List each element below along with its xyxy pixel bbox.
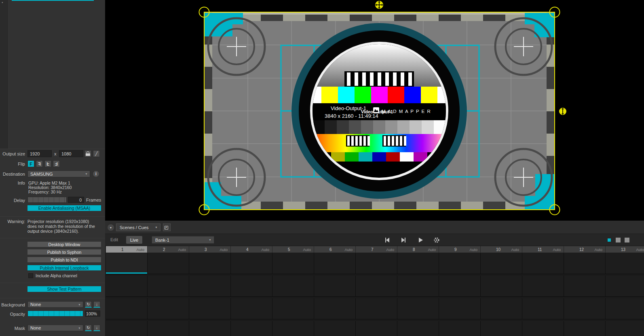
cue-column-header[interactable]: 4Auto [231,246,272,253]
popout-window-button[interactable]: ↗ [163,223,171,231]
cue-column-header[interactable]: 11Auto [522,246,564,253]
column-mode[interactable]: Auto [220,247,228,252]
scenes-cues-dropdown[interactable]: Scenes / Cues ▼ [116,223,160,231]
delay-slider[interactable] [27,197,67,203]
cue-cell[interactable] [106,298,148,319]
cue-cell[interactable] [272,276,314,297]
cue-cell[interactable] [231,253,272,274]
cue-cell[interactable] [481,321,522,336]
background-load-button[interactable]: ↓ [93,301,100,308]
cue-column-header[interactable]: 2Auto [148,246,189,253]
cue-cell[interactable] [439,321,481,336]
view-mode-large-button[interactable] [625,238,629,242]
collapse-panel-button[interactable]: ▼ [108,224,114,231]
publish-loopback-button[interactable]: Publish Internal Loopback [27,265,101,270]
flip-vertical-button[interactable]: F [44,160,51,167]
flip-both-button[interactable]: F [53,160,60,167]
cue-column-header[interactable]: 12Auto [564,246,606,253]
side-handle[interactable] [559,108,566,115]
cue-column-header[interactable]: 10Auto [481,246,522,253]
cue-cell[interactable] [148,253,189,274]
projected-surface[interactable]: Video-Output-1 3840 x 2160 - 11:49:14 Vi… [204,12,555,210]
cue-cell[interactable] [522,253,564,274]
view-mode-small-button[interactable] [608,238,611,242]
cue-cell[interactable] [106,253,148,274]
opacity-slider[interactable] [27,310,83,317]
cue-cell[interactable] [356,298,397,319]
column-mode[interactable]: Auto [303,247,311,252]
cue-cell[interactable] [189,298,231,319]
cue-cell[interactable] [189,253,231,274]
column-mode[interactable]: Auto [469,247,477,252]
publish-syphon-button[interactable]: Publish to Syphon [27,249,101,255]
play-button[interactable] [417,237,424,243]
cue-cell[interactable] [272,321,314,336]
cue-cell[interactable] [314,298,356,319]
cue-cell[interactable] [356,253,397,274]
cue-cell[interactable] [439,276,481,297]
column-mode[interactable]: Auto [136,247,144,252]
column-mode[interactable]: Auto [594,247,602,252]
flip-none-button[interactable]: F [27,160,34,167]
cue-cell[interactable] [606,321,644,336]
cue-cell[interactable] [106,321,148,336]
cue-cell[interactable] [522,298,564,319]
cue-cell[interactable] [106,276,148,297]
cue-cell[interactable] [356,276,397,297]
cue-cell[interactable] [397,321,439,336]
column-mode[interactable]: Auto [553,247,561,252]
resize-mode-button[interactable]: ╱ [93,150,100,157]
cue-column-header[interactable]: 9Auto [439,246,481,253]
cue-cell[interactable] [148,298,189,319]
cue-cell[interactable] [272,298,314,319]
background-refresh-button[interactable]: ↻ [85,301,92,308]
cue-cell[interactable] [564,298,606,319]
column-mode[interactable]: Auto [261,247,269,252]
cue-cell[interactable] [564,276,606,297]
cue-cell[interactable] [606,253,644,274]
column-mode[interactable]: Auto [511,247,519,252]
column-mode[interactable]: Auto [344,247,353,252]
cue-cell[interactable] [148,276,189,297]
edit-mode-label[interactable]: Edit [110,237,118,242]
background-dropdown[interactable]: None ▼ [27,301,83,308]
mask-dropdown[interactable]: None ▼ [27,325,83,331]
publish-ndi-button[interactable]: Publish to NDI [27,257,101,262]
cue-cell[interactable] [439,253,481,274]
cue-cell[interactable] [314,321,356,336]
cue-cell[interactable] [314,276,356,297]
lock-aspect-button[interactable] [84,150,91,157]
settings-gear-icon[interactable] [433,237,440,243]
cue-cell[interactable] [606,298,644,319]
cue-cell[interactable] [231,276,272,297]
cue-cell[interactable] [148,321,189,336]
column-mode[interactable]: Auto [636,247,644,252]
view-mode-medium-button[interactable] [616,238,621,242]
cue-column-header[interactable]: 5Auto [272,246,314,253]
skip-to-end-button[interactable] [400,237,407,243]
cue-cell[interactable] [439,298,481,319]
cue-cell[interactable] [356,321,397,336]
cue-cell[interactable] [522,276,564,297]
output-width-input[interactable] [27,150,52,157]
column-mode[interactable]: Auto [428,247,436,252]
output-height-input[interactable] [59,150,83,157]
delay-value[interactable]: 0 [68,197,84,203]
move-handle[interactable] [375,1,383,9]
cue-cell[interactable] [397,298,439,319]
cue-cell[interactable] [522,321,564,336]
include-alpha-checkbox[interactable] [28,273,33,278]
skip-to-start-button[interactable] [384,237,391,243]
destination-info-button[interactable]: i [93,170,99,177]
cue-cell[interactable] [397,253,439,274]
cue-cell[interactable] [189,276,231,297]
enable-antialiasing-button[interactable]: Enable Antialiasing (MSAA) [27,205,101,211]
cue-cell[interactable] [606,276,644,297]
mask-refresh-button[interactable]: ↻ [85,325,92,331]
projector-canvas[interactable]: Video-Output-1 3840 x 2160 - 11:49:14 Vi… [105,0,644,221]
cue-column-header[interactable]: 3Auto [189,246,231,253]
cue-cell[interactable] [231,298,272,319]
cue-cell[interactable] [231,321,272,336]
cue-cell[interactable] [314,253,356,274]
live-mode-button[interactable]: Live [126,236,142,244]
